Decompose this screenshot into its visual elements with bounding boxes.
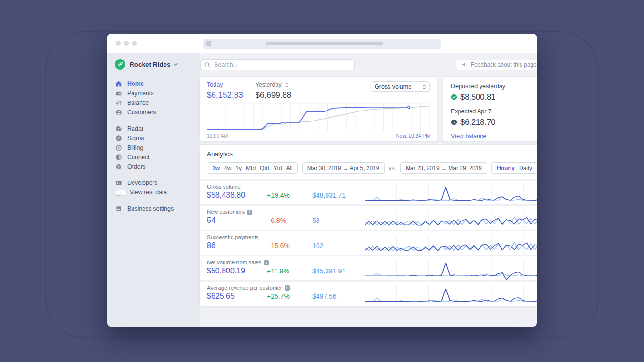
sidebar-item-home[interactable]: Home [115, 79, 200, 89]
sidebar-item-sigma[interactable]: Sigma [115, 133, 200, 143]
info-icon[interactable]: i [285, 285, 290, 291]
address-bar[interactable] [203, 39, 441, 49]
search-input[interactable] [213, 61, 350, 69]
sidebar-item-view-test-data[interactable]: View test data [115, 188, 200, 197]
sidebar-section: Business settings [115, 204, 200, 213]
developers-icon [115, 180, 122, 187]
granularity-hourly[interactable]: Hourly [497, 165, 515, 171]
metric-sparkline[interactable] [365, 184, 537, 204]
browser-chrome [107, 34, 537, 53]
metric-change: +11.9% [267, 267, 312, 275]
sidebar-item-radar[interactable]: Radar [115, 124, 200, 133]
yesterday-label[interactable]: Yesterday [256, 81, 282, 88]
toggle-off-icon[interactable] [115, 190, 127, 196]
check-circle-icon [451, 94, 457, 100]
deposited-value: $8,500.81 [460, 92, 495, 101]
metric-current-value: $50,800.19 [207, 267, 267, 275]
sidebar-item-connect[interactable]: Connect [115, 152, 200, 162]
metric-rows: Gross volume$58,438.80+19.4%$48,931.71Ne… [200, 179, 537, 305]
view-balance-link[interactable]: View balance [451, 133, 537, 140]
metric-sparkline[interactable] [365, 234, 537, 255]
clock-icon [451, 119, 457, 125]
chevron-down-icon [174, 63, 178, 66]
metric-row-average-revenue-per-customer[interactable]: Average revenue per customeri$625.65+25.… [200, 280, 537, 305]
metric-label: Successful payments [207, 234, 259, 240]
sidebar-item-business-settings[interactable]: Business settings [115, 204, 200, 213]
feedback-label: Feedback about this page? [471, 61, 537, 68]
balance-card: Deposited yesterday $8,500.81 Expected A… [443, 77, 537, 141]
select-chevrons-icon [422, 84, 426, 90]
metric-summary: Successful payments86−15.6%102 [207, 234, 365, 255]
compare-period-label: Mar 23, 2019 → Mar 29, 2019 [406, 165, 482, 171]
sidebar-item-label: Billing [127, 144, 143, 151]
range-option-qtd[interactable]: Qtd [260, 165, 269, 171]
customers-icon [115, 109, 122, 116]
sidebar-item-label: Orders [127, 163, 145, 170]
today-vs-yesterday-chart[interactable] [207, 103, 430, 132]
browser-window: Rocket Rides HomePaymentsBalanceCustomer… [107, 34, 537, 327]
metric-row-new-customers[interactable]: New customersi54−6.8%58 [200, 204, 537, 230]
sidebar-item-payments[interactable]: Payments [115, 89, 200, 98]
metric-sparkline[interactable] [365, 285, 537, 305]
sidebar-item-billing[interactable]: Billing [115, 143, 200, 152]
metric-row-gross-volume[interactable]: Gross volume$58,438.80+19.4%$48,931.71 [200, 179, 537, 204]
granularity-daily[interactable]: Daily [519, 165, 532, 171]
metric-change: −6.8% [267, 217, 312, 224]
sidebar-item-label: Sigma [127, 135, 144, 141]
window-minimize-button[interactable] [124, 41, 129, 46]
granularity-toggle[interactable]: Hourly Daily [491, 162, 537, 174]
sidebar-item-label: Balance [127, 100, 149, 106]
metric-previous-value: $45,391.91 [312, 267, 346, 275]
sidebar-item-customers[interactable]: Customers [115, 108, 200, 117]
metric-select[interactable]: Gross volume [371, 81, 430, 92]
window-close-button[interactable] [116, 41, 121, 46]
metric-summary: Gross volume$58,438.80+19.4%$48,931.71 [207, 184, 365, 204]
search-box[interactable] [200, 59, 355, 70]
metric-row-net-volume-from-sales[interactable]: Net volume from salesi$50,800.19+11.9%$4… [200, 255, 537, 280]
url-text-placeholder [266, 42, 383, 45]
analytics-controls: 1w4w1yMtdQtdYtdAll Mar 30, 2019 → Apr 5,… [200, 162, 537, 174]
metric-sparkline[interactable] [365, 260, 537, 280]
deposited-label: Deposited yesterday [451, 83, 537, 90]
metric-summary: New customersi54−6.8%58 [207, 209, 365, 230]
orders-icon [115, 163, 122, 171]
period-button[interactable]: Mar 30, 2019 → Apr 5, 2019 [302, 162, 385, 174]
window-maximize-button[interactable] [132, 41, 137, 46]
home-icon [115, 80, 122, 88]
sidebar-item-developers[interactable]: Developers [115, 178, 200, 188]
metric-current-value: 54 [207, 216, 267, 225]
org-switcher[interactable]: Rocket Rides [115, 59, 200, 70]
metric-current-value: $625.65 [207, 292, 267, 301]
info-icon[interactable]: i [264, 260, 269, 265]
metric-change: +25.7% [267, 292, 312, 300]
sidebar-item-orders[interactable]: Orders [115, 162, 200, 171]
sidebar-item-label: Payments [127, 90, 154, 97]
metric-previous-value: $48,931.71 [312, 191, 346, 199]
compare-period-button[interactable]: Mar 23, 2019 → Mar 29, 2019 [400, 162, 487, 174]
metric-summary: Average revenue per customeri$625.65+25.… [207, 285, 365, 305]
metric-row-successful-payments[interactable]: Successful payments86−15.6%102 [200, 230, 537, 255]
info-icon[interactable]: i [247, 210, 252, 215]
sidebar-item-label: Connect [127, 154, 150, 161]
metric-sparkline[interactable] [365, 209, 537, 230]
today-label[interactable]: Today [207, 81, 243, 88]
sidebar-section: DevelopersView test data [115, 178, 200, 197]
range-selector[interactable]: 1w4w1yMtdQtdYtdAll [207, 162, 298, 174]
feedback-button[interactable]: Feedback about this page? [456, 60, 537, 70]
updown-icon[interactable] [285, 82, 289, 88]
radar-icon [115, 125, 122, 132]
vs-label: vs. [389, 165, 396, 171]
range-option-4w[interactable]: 4w [224, 165, 231, 171]
sidebar-item-balance[interactable]: Balance [115, 98, 200, 108]
range-option-all[interactable]: All [286, 165, 292, 171]
range-option-mtd[interactable]: Mtd [246, 165, 256, 171]
range-option-1w[interactable]: 1w [212, 165, 220, 171]
expected-label: Expected Apr 7 [451, 108, 537, 115]
storefront-icon [115, 205, 122, 212]
metric-change: +19.4% [267, 191, 312, 199]
chart-start-label: 12:00 AM [207, 133, 228, 139]
range-option-1y[interactable]: 1y [235, 165, 242, 171]
metric-current-value: 86 [207, 241, 267, 250]
range-option-ytd[interactable]: Ytd [273, 165, 282, 171]
main-content: Feedback about this page? 1 Today $6,1 [200, 53, 537, 327]
